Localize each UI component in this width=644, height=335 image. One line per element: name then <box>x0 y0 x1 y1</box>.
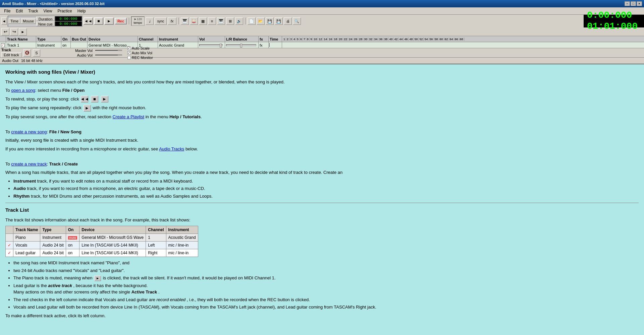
auto-scale-checkbox[interactable] <box>127 47 131 50</box>
balance-thumb <box>240 44 242 48</box>
th-device: Device <box>79 226 146 234</box>
muted-play-icon: ► <box>94 276 101 281</box>
drum-icon[interactable]: 🥁 <box>190 17 198 25</box>
sync-button[interactable]: sync <box>155 17 167 25</box>
open-file-icon[interactable]: 📂 <box>257 17 265 25</box>
track-on-cell[interactable]: on <box>61 42 71 48</box>
metronome-icon[interactable]: ♩ <box>146 17 154 25</box>
speaker-icon[interactable]: 🔊 <box>235 17 243 25</box>
mouse-mode-button[interactable]: Mouse <box>21 18 36 24</box>
track-piano-roll[interactable] <box>282 42 644 48</box>
menu-practice[interactable]: Practice <box>55 8 74 14</box>
track-vol-cell[interactable] <box>198 42 225 48</box>
time-input[interactable]: 0:00:000 <box>55 16 82 21</box>
ruler-58: 58 <box>435 38 439 41</box>
balance-slider[interactable] <box>226 44 256 46</box>
lead-check: ✓ <box>6 249 13 257</box>
track-section-label: Track <box>1 48 21 52</box>
menu-file[interactable]: File <box>1 8 13 14</box>
table-row-piano[interactable]: Piano Instrument mute General MIDI - Mic… <box>6 234 198 242</box>
play-repeat-end: with the right mouse button. <box>93 105 146 110</box>
para-new-track-heading: To create a new track: Track / Create <box>5 161 639 168</box>
menu-track[interactable]: Track <box>25 8 41 14</box>
th-on: On <box>66 226 79 234</box>
piano-icon[interactable]: 🎹 <box>181 17 189 25</box>
undo-icon[interactable]: ↩ <box>1 28 9 36</box>
rec-monitor-checkbox[interactable] <box>127 56 131 59</box>
piano-name: Piano <box>13 234 40 242</box>
save-icon[interactable]: 💾 <box>266 17 274 25</box>
track-enabled-checkbox[interactable]: ✓ <box>1 43 5 47</box>
close-button[interactable]: × <box>637 1 642 6</box>
ruler-44: 44 <box>399 38 404 41</box>
fx-icon[interactable]: fx <box>168 17 176 25</box>
duration-input[interactable]: 0:00:000 <box>55 21 82 26</box>
playlist-link[interactable]: Create a Playlist <box>112 114 144 119</box>
vol-slider[interactable] <box>199 44 223 46</box>
col-instrument: Instrument <box>158 36 198 42</box>
new-song-link[interactable]: create a new song <box>11 129 47 134</box>
collapse-button[interactable]: ◄ <box>1 17 7 25</box>
ruler-28: 28 <box>359 38 363 41</box>
para-view-mixer: The View / Mixer screen shows each of th… <box>5 79 639 85</box>
open-song-link[interactable]: open a song <box>11 88 35 93</box>
menu-help[interactable]: Help <box>75 8 89 14</box>
track-check-cell[interactable]: ✓ <box>0 42 6 48</box>
forward-icon[interactable]: ► <box>19 28 27 36</box>
list-icon[interactable]: ≡ <box>208 17 216 25</box>
piano-channel: 1 <box>146 234 166 242</box>
maximize-button[interactable]: □ <box>631 1 636 6</box>
toolbar-row2: ↩ ↪ ► <box>0 27 644 36</box>
mixer-icon[interactable]: ⊞ <box>226 17 234 25</box>
instrument-bold: Instrument <box>13 179 36 184</box>
new-file-icon[interactable]: 📄 <box>248 17 256 25</box>
grid-icon[interactable]: ▦ <box>199 17 207 25</box>
time-mode-button[interactable]: Time <box>8 18 20 24</box>
track-name-cell[interactable]: Track 1 <box>6 42 36 48</box>
new-cue-button[interactable]: New cue <box>36 21 55 26</box>
stop-button[interactable]: ■ <box>94 17 103 25</box>
menu-edit[interactable]: Edit <box>13 8 25 14</box>
track-fx-cell[interactable]: fx <box>259 42 269 48</box>
table-row-lead-guitar[interactable]: ✓ Lead guitar Audio 24 bit on Line In (T… <box>6 249 198 257</box>
rec-button[interactable]: Rec <box>115 18 127 24</box>
auto-mix-vol-checkbox[interactable] <box>127 51 131 55</box>
new-track-link[interactable]: create a new track <box>11 161 47 166</box>
duration-button[interactable]: Duration <box>36 16 55 21</box>
print-icon[interactable]: 🖨 <box>284 17 292 25</box>
separator1 <box>129 18 129 24</box>
edit-track-button[interactable]: Edit track <box>1 52 21 58</box>
col-on: On <box>61 36 71 42</box>
para-new-song-desc2: If you are more interested in recording … <box>5 146 639 152</box>
search-icon[interactable]: 🔍 <box>293 17 301 25</box>
menu-view[interactable]: View <box>41 8 55 14</box>
solo-button[interactable]: S <box>33 49 40 57</box>
table-row-vocals[interactable]: ✓ Vocals Audio 24 bit on Line In (TASCAM… <box>6 242 198 249</box>
track-time-cell <box>269 42 282 48</box>
ruler-1: 1 <box>283 38 286 41</box>
audio-tracks-link[interactable]: Audio Tracks <box>159 146 184 151</box>
save-as-icon[interactable]: 💾 <box>275 17 283 25</box>
col-device: Device <box>88 36 138 42</box>
stop-inline-icon: ■ <box>91 96 98 103</box>
redo-icon[interactable]: ↪ <box>10 28 18 36</box>
para-open-song: To open a song: select menu File / Open <box>5 87 639 94</box>
track-balance-cell[interactable] <box>225 42 259 48</box>
lead-channel: Right <box>146 249 166 257</box>
track-row[interactable]: ✓ Track 1 Instrument on General MIDI - M… <box>0 42 644 48</box>
audio-vol-slider[interactable] <box>95 55 122 56</box>
ruler-9: 9 <box>310 38 313 41</box>
master-vol-slider[interactable] <box>95 50 122 51</box>
menu-bar: File Edit Track View Practice Help <box>0 7 644 15</box>
track-instrument-cell[interactable]: Acoustic Grand <box>158 42 198 48</box>
rhythm-track-item: Rhythm track, for MIDI Drums and other p… <box>13 193 639 200</box>
play-button[interactable]: ► <box>104 17 114 25</box>
piano2-icon[interactable]: 🎹 <box>217 17 225 25</box>
mute-badge: mute <box>68 236 77 240</box>
th-check <box>6 226 13 234</box>
tempo-display[interactable]: ►120 tempo <box>131 16 145 26</box>
rewind-button[interactable]: ◄◄ <box>84 17 93 25</box>
mute-button[interactable]: 🔇 <box>23 49 31 57</box>
minimize-button[interactable]: − <box>625 1 630 6</box>
ruler-56: 56 <box>430 38 434 41</box>
